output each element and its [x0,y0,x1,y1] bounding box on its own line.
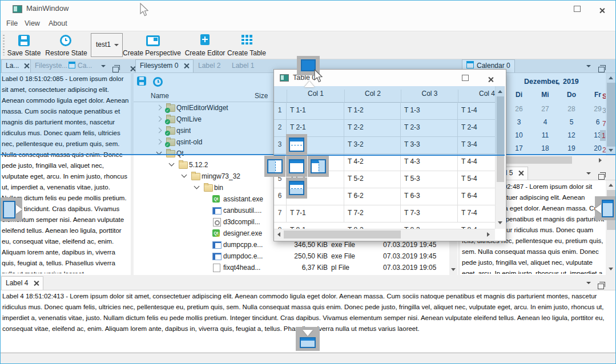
dock-menu-icon[interactable] [586,282,591,284]
drop-indicator-edge-left[interactable] [0,197,22,221]
tree-item-name: fixqt4head... [223,264,260,272]
drop-indicator-center[interactable] [286,156,307,177]
drop-arrow-down-icon [303,330,313,336]
drop-indicator-right[interactable] [308,156,329,177]
drop-preview-overlay-window [274,86,505,156]
dll-file-icon [213,218,221,227]
dock-float-icon[interactable] [598,174,605,180]
tree-item-date: 07.03.2019 19:45 [383,252,436,260]
tree-item-name: dumpdoc.e... [223,252,263,260]
restore-state-label: Restore State [44,49,88,57]
perspective-select[interactable]: test1 [91,33,123,57]
scroll-left-icon[interactable] [277,232,280,237]
row-header[interactable]: 6 [274,192,285,200]
dock-menu-icon[interactable] [586,172,591,175]
folder-icon [191,173,200,180]
tree-item[interactable]: fixqt4head... 6,37 KiB pl File 07.03.201… [134,262,448,273]
scroll-right-icon[interactable] [599,158,602,163]
document-icon [213,264,220,272]
table-cell[interactable]: T 5-2 [348,175,400,183]
save-icon [18,35,30,46]
drop-indicator-left[interactable] [264,156,285,177]
close-button[interactable] [599,6,606,16]
create-editor-button[interactable]: Create Editor [183,34,227,58]
tab-close-icon[interactable] [34,281,39,286]
tree-item-name: designer.exe [223,229,262,237]
menu-about[interactable]: About [49,19,67,27]
menu-bar: File View About [1,17,616,31]
table-cell[interactable]: T 7-3 [404,209,457,217]
scroll-right-icon[interactable] [487,232,490,237]
maximize-button[interactable] [574,6,581,12]
tree-item-size: 346,50 KiB [282,241,328,249]
drop-indicator-edge-bottom[interactable] [296,327,320,351]
table-row[interactable]: 8 T 8-1 T 8-2 T 8-3 T 8-4 [274,222,495,229]
title-bar[interactable]: MainWindow [1,1,616,17]
drop-arrow-left-icon [595,204,601,213]
drop-arrow-right-icon [16,205,22,214]
create-editor-icon [200,34,210,45]
row-header[interactable]: 7 [274,209,285,217]
table-hscrollbar[interactable] [274,229,495,240]
drop-indicator-edge-right[interactable] [595,196,616,220]
table-cell[interactable]: T 7-1 [290,209,344,217]
table-cell[interactable]: T 4-3 [404,157,457,165]
tree-item-name: assistant.exe [223,195,263,203]
table-cell[interactable]: T 6-3 [404,192,457,200]
close-button[interactable] [488,75,494,85]
table-cell[interactable]: T 4-2 [348,157,400,165]
chevron-down-icon [114,44,119,46]
scroll-down-icon[interactable] [451,268,456,271]
table-cell[interactable]: T 4-4 [461,157,495,165]
qt-designer-icon: Qt [212,229,220,237]
table-cell[interactable]: T 5-4 [461,175,495,183]
table-window-icon [280,74,289,82]
table-cell[interactable]: T 5-3 [404,175,457,183]
table-float-window[interactable]: Table 0 Col 1 Col 2 Col 3 Col 4 1 T 1-1 … [273,69,506,241]
save-state-label: Save State [6,49,42,57]
scroll-down-icon[interactable] [609,268,613,270]
menu-view[interactable]: View [25,19,40,27]
table-cell[interactable]: T 6-2 [348,192,400,200]
create-table-button[interactable]: Create Table [227,34,267,58]
create-perspective-button[interactable]: Create Perspective [122,34,182,58]
scroll-down-icon[interactable] [498,221,502,224]
table-cell[interactable]: T 7-4 [461,209,495,217]
tree-item-type: exe File [331,252,355,260]
tree-item-type: pl File [331,264,349,272]
main-window: { "window": {"title": "MainWindow"}, "me… [0,0,616,364]
tree-item-date: 07.03.2019 19:45 [383,241,436,249]
folder-icon [204,184,213,192]
app-window-icon [212,253,222,260]
menu-file[interactable]: File [6,19,18,27]
scroll-up-icon[interactable] [609,184,613,187]
tab-close-icon[interactable] [518,171,524,176]
tree-item-date: 07.03.2019 19:05 [383,264,436,272]
table-cell[interactable]: T 7-2 [348,209,400,217]
tree-item-name: mingw73_32 [202,172,240,180]
tree-item-name: bin [214,184,223,192]
create-perspective-label: Create Perspective [122,49,182,57]
restore-state-button[interactable]: Restore State [44,34,88,58]
tree-item-name: canbusutil.... [223,207,261,215]
table-cell[interactable]: T 6-4 [461,192,495,200]
tree-item-name: d3dcompil... [223,218,260,226]
tree-item[interactable]: dumpdoc.e... 250,50 KiB exe File 07.03.2… [134,250,448,262]
toolbar: Save State Restore State test1 Create Pe… [1,31,616,59]
qt-assistant-icon: Qt [212,195,220,203]
toolbar-handle[interactable] [3,35,5,55]
maximize-button[interactable] [462,75,469,81]
tree-item-name: dumpcpp.e... [223,241,263,249]
create-perspective-icon [146,35,160,46]
drop-indicator-bottom[interactable] [286,177,307,199]
tree-item-name: 5.12.2 [189,161,208,169]
dock-float-icon[interactable] [598,284,604,289]
perspective-value: test1 [96,41,111,48]
app-window-icon [212,207,222,215]
tab-label4[interactable]: Label 4 [1,276,43,290]
save-state-button[interactable]: Save State [6,34,42,58]
table-row[interactable]: 6 T 6-1 T 6-2 T 6-3 T 6-4 [274,188,495,205]
drop-indicator-top[interactable] [286,134,307,155]
table-row[interactable]: 7 T 7-1 T 7-2 T 7-3 T 7-4 [274,205,495,223]
label5-vscrollbar[interactable] [606,180,616,275]
